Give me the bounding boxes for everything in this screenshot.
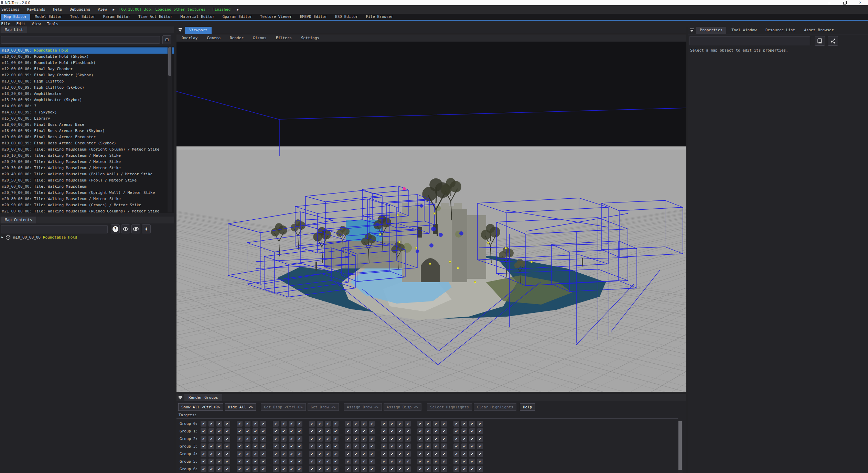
editor-tab[interactable]: Param Editor: [100, 14, 134, 20]
render-group-checkbox[interactable]: ✔: [469, 459, 475, 464]
render-group-checkbox[interactable]: ✔: [405, 451, 411, 457]
render-group-button[interactable]: Show All <Ctrl+R>: [178, 403, 223, 411]
render-group-checkbox[interactable]: ✔: [345, 451, 351, 457]
render-group-checkbox[interactable]: ✔: [425, 443, 431, 449]
render-group-checkbox[interactable]: ✔: [281, 451, 287, 457]
render-group-checkbox[interactable]: ✔: [273, 428, 279, 434]
render-group-checkbox[interactable]: ✔: [245, 428, 250, 434]
render-group-checkbox[interactable]: ✔: [253, 443, 258, 449]
render-group-checkbox[interactable]: ✔: [361, 428, 367, 434]
render-group-checkbox[interactable]: ✔: [253, 451, 258, 457]
render-group-checkbox[interactable]: ✔: [433, 443, 439, 449]
render-group-checkbox[interactable]: ✔: [273, 466, 279, 472]
close-button[interactable]: ✕: [853, 0, 868, 5]
render-group-checkbox[interactable]: ✔: [245, 443, 250, 449]
collapse-panel-icon[interactable]: [179, 28, 182, 32]
render-group-checkbox[interactable]: ✔: [461, 421, 467, 427]
render-group-checkbox[interactable]: ✔: [453, 428, 459, 434]
render-group-checkbox[interactable]: ✔: [353, 436, 359, 442]
render-group-checkbox[interactable]: ✔: [405, 466, 411, 472]
render-group-checkbox[interactable]: ✔: [297, 459, 302, 464]
render-group-checkbox[interactable]: ✔: [216, 451, 222, 457]
editor-tab[interactable]: Time Act Editor: [135, 14, 176, 20]
map-list-item[interactable]: m12_00_00_00:Final Day Chamber: [0, 66, 174, 72]
map-list-item[interactable]: m20_40_00_00:Tile: Walking Mausoleum (Fa…: [0, 171, 174, 177]
render-group-checkbox[interactable]: ✔: [245, 421, 250, 427]
render-group-checkbox[interactable]: ✔: [425, 451, 431, 457]
render-group-checkbox[interactable]: ✔: [237, 451, 243, 457]
render-group-checkbox[interactable]: ✔: [477, 451, 483, 457]
viewport-menu-item[interactable]: Render: [230, 36, 244, 40]
map-list-item[interactable]: m20_20_00_00:Tile: Walking Mausoleum / M…: [0, 159, 174, 165]
render-group-checkbox[interactable]: ✔: [389, 421, 395, 427]
render-group-checkbox[interactable]: ✔: [461, 428, 467, 434]
render-group-checkbox[interactable]: ✔: [361, 436, 367, 442]
hide-all-button[interactable]: [131, 224, 140, 233]
render-group-checkbox[interactable]: ✔: [461, 451, 467, 457]
render-group-checkbox[interactable]: ✔: [441, 421, 447, 427]
viewport-menu-item[interactable]: Settings: [301, 36, 319, 40]
render-group-checkbox[interactable]: ✔: [325, 428, 331, 434]
render-group-checkbox[interactable]: ✔: [345, 421, 351, 427]
render-group-checkbox[interactable]: ✔: [317, 436, 323, 442]
render-group-checkbox[interactable]: ✔: [417, 443, 423, 449]
sort-button[interactable]: ▲▼: [142, 224, 151, 233]
viewport-3d-scene[interactable]: [176, 42, 686, 392]
tab-render-groups[interactable]: Render Groups: [184, 394, 222, 401]
map-list-item[interactable]: m13_20_00_99:Amphitheatre (Skybox): [0, 97, 174, 103]
render-group-checkbox[interactable]: ✔: [325, 459, 331, 464]
render-group-checkbox[interactable]: ✔: [389, 443, 395, 449]
render-group-checkbox[interactable]: ✔: [224, 459, 230, 464]
collapse-all-button[interactable]: ⊟: [162, 35, 171, 44]
render-group-checkbox[interactable]: ✔: [289, 443, 294, 449]
render-group-checkbox[interactable]: ✔: [273, 443, 279, 449]
map-list-item[interactable]: m10_00_00_99:Roundtable Hold (Skybox): [0, 54, 174, 60]
render-group-checkbox[interactable]: ✔: [353, 466, 359, 472]
map-list-item[interactable]: m20_30_00_00:Tile: Walking Mausoleum / M…: [0, 165, 174, 171]
render-group-checkbox[interactable]: ✔: [417, 421, 423, 427]
render-group-checkbox[interactable]: ✔: [273, 421, 279, 427]
render-group-checkbox[interactable]: ✔: [224, 428, 230, 434]
render-group-checkbox[interactable]: ✔: [397, 459, 403, 464]
render-group-checkbox[interactable]: ✔: [333, 466, 339, 472]
render-group-checkbox[interactable]: ✔: [309, 459, 315, 464]
render-group-checkbox[interactable]: ✔: [245, 451, 250, 457]
render-group-checkbox[interactable]: ✔: [477, 421, 483, 427]
render-group-checkbox[interactable]: ✔: [273, 436, 279, 442]
render-group-checkbox[interactable]: ✔: [381, 466, 387, 472]
map-list-item[interactable]: m14_00_00_99:? (Skybox): [0, 109, 174, 116]
render-group-checkbox[interactable]: ✔: [253, 421, 258, 427]
render-group-checkbox[interactable]: ✔: [325, 466, 331, 472]
render-group-checkbox[interactable]: ✔: [333, 428, 339, 434]
render-group-checkbox[interactable]: ✔: [469, 436, 475, 442]
render-group-checkbox[interactable]: ✔: [453, 466, 459, 472]
render-group-checkbox[interactable]: ✔: [441, 451, 447, 457]
map-list-item[interactable]: m18_00_00_00:Final Boss Arena: Base: [0, 122, 174, 128]
tab-viewport[interactable]: Viewport: [185, 27, 212, 34]
render-group-checkbox[interactable]: ✔: [417, 436, 423, 442]
render-group-checkbox[interactable]: ✔: [297, 428, 302, 434]
render-group-checkbox[interactable]: ✔: [433, 421, 439, 427]
render-group-checkbox[interactable]: ✔: [453, 459, 459, 464]
render-group-checkbox[interactable]: ✔: [397, 421, 403, 427]
render-group-checkbox[interactable]: ✔: [224, 421, 230, 427]
render-group-checkbox[interactable]: ✔: [245, 459, 250, 464]
map-list-item[interactable]: m20_90_00_00:Tile: Walking Mausoleum (Gr…: [0, 202, 174, 208]
render-group-checkbox[interactable]: ✔: [309, 466, 315, 472]
render-group-checkbox[interactable]: ✔: [309, 421, 315, 427]
map-list-item[interactable]: m11_00_00_00:Roundtable Hold (Flashback): [0, 60, 174, 66]
map-list-item[interactable]: m20_00_00_00:Tile: Walking Mausoleum (Up…: [0, 146, 174, 153]
render-group-checkbox[interactable]: ✔: [224, 466, 230, 472]
render-group-checkbox[interactable]: ✔: [381, 443, 387, 449]
minimize-button[interactable]: –: [822, 0, 837, 5]
render-group-checkbox[interactable]: ✔: [453, 443, 459, 449]
render-group-checkbox[interactable]: ✔: [397, 436, 403, 442]
render-group-checkbox[interactable]: ✔: [333, 436, 339, 442]
render-group-checkbox[interactable]: ✔: [317, 428, 323, 434]
render-group-checkbox[interactable]: ✔: [260, 436, 266, 442]
map-list-item[interactable]: m15_00_00_00:Library: [0, 116, 174, 122]
viewport-menu-item[interactable]: Gizmos: [253, 36, 267, 40]
render-group-checkbox[interactable]: ✔: [208, 428, 214, 434]
render-group-checkbox[interactable]: ✔: [260, 443, 266, 449]
render-group-checkbox[interactable]: ✔: [369, 428, 375, 434]
